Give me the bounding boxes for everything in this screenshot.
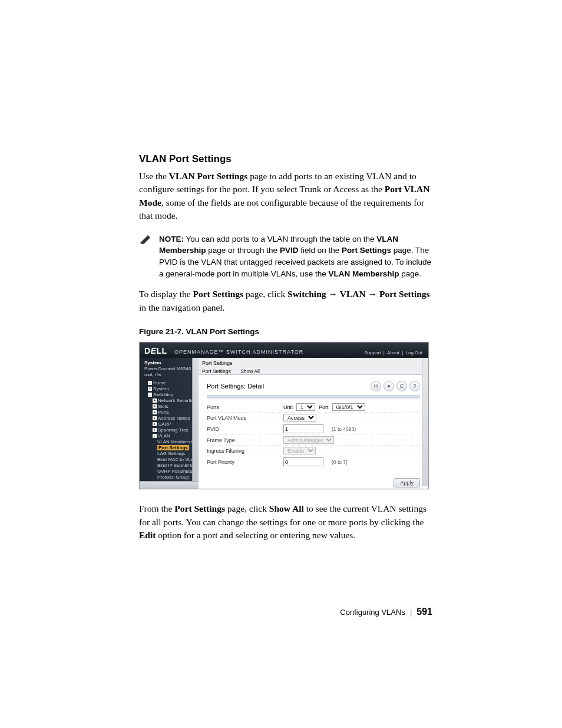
note-icon [139,233,154,246]
panel-action-icons: H ● C ? [371,381,420,391]
footer-page-number: 591 [416,607,432,617]
nav-item[interactable]: +GARP [142,421,199,427]
sidebar-scrollbar-vertical[interactable] [192,358,199,482]
nav-item[interactable]: +Ports [142,410,199,416]
screenshot-figure: DELL OPENMANAGE™ SWITCH ADMINISTRATOR Su… [139,342,429,489]
print-icon[interactable]: ● [384,381,394,391]
nav-item[interactable]: +Address Tables [142,416,199,421]
closing-paragraph: From the Port Settings page, click Show … [139,502,432,542]
tab-top: Port Settings [202,360,233,367]
app-header: DELL OPENMANAGE™ SWITCH ADMINISTRATOR Su… [140,342,428,358]
apply-button[interactable]: Apply [394,478,420,487]
panel-title: Port Settings: Detail [207,383,264,390]
label-priority: Port Priority [207,459,283,465]
save-icon[interactable]: H [371,381,381,391]
header-links: Support | About | Log Out [363,350,424,355]
brand-logo: DELL [144,346,167,355]
nav-item[interactable]: +System [142,386,199,392]
note-label: NOTE: [159,235,184,243]
text: From the [139,503,174,513]
nav-item[interactable]: -Home [142,380,199,386]
main-panel: Port Settings Port Settings Show All Por… [199,358,428,486]
select-vlan-mode[interactable]: Access [283,414,316,421]
nav-user: root, r/w [142,372,199,378]
range-priority: (0 to 7) [332,459,348,465]
nav-item[interactable]: GVRP Paramete [142,469,199,475]
label-ingress: Ingress Filtering [207,448,283,454]
label-vlan-mode: Port VLAN Mode [207,415,283,421]
help-icon[interactable]: ? [409,381,420,391]
sidebar-nav[interactable]: System PowerConnect M6348 root, r/w -Hom… [140,358,199,489]
label-unit: Unit [283,404,293,410]
text: You can add ports to a VLAN through the … [184,235,376,243]
figure-caption: Figure 21-7. VLAN Port Settings [139,327,432,336]
label-port: Port [319,404,329,410]
label-frame-type: Frame Type [207,437,283,443]
text: Use the [139,171,169,181]
nav-item[interactable]: +Network Security [142,398,199,404]
link-about[interactable]: About [387,350,399,355]
text-bold: PVID [280,246,299,255]
nav-item[interactable]: +Slots [142,404,199,410]
text: field on the [298,246,342,255]
nav-item[interactable]: Bind MAC to VLA [142,457,199,463]
text-bold: Show All [269,503,304,513]
text: page, click [225,503,269,513]
text-bold: Port Settings [174,503,225,513]
nav-item[interactable]: Port Settings [142,445,199,451]
label-pvid: PVID [207,426,283,432]
panel-separator [207,395,420,398]
text-bold: VLAN Port Settings [169,171,247,181]
tab-show-all[interactable]: Show All [240,368,260,374]
sidebar-scrollbar-horizontal[interactable] [140,481,199,489]
nav-item[interactable]: VLAN Membersh [142,439,199,445]
note-block: NOTE: You can add ports to a VLAN throug… [139,233,432,279]
nav-item[interactable]: +Spanning Tree [142,427,199,433]
text-bold: Port Settings [342,246,391,255]
intro-paragraph: Use the VLAN Port Settings page to add p… [139,170,432,223]
select-ingress: Enable [283,447,316,454]
main-scrollbar-vertical[interactable] [422,358,428,486]
input-priority[interactable] [283,457,323,466]
text: page, click [243,289,287,299]
nav-paragraph: To display the Port Settings page, click… [139,288,432,314]
text: → [366,289,379,299]
nav-system-label: System [142,360,199,366]
text: → [326,289,340,299]
footer-separator: | [410,608,412,617]
input-pvid[interactable] [283,424,323,433]
select-port[interactable]: Gi1/0/1 [332,403,365,411]
nav-device: PowerConnect M6348 [142,366,199,372]
note-text: NOTE: You can add ports to a VLAN throug… [159,233,432,279]
link-logout[interactable]: Log Out [406,350,422,355]
nav-item[interactable]: Bind IP Subnet to [142,463,199,469]
text: option for a port and selecting or enter… [156,530,355,540]
text: , some of the fields are not configurabl… [139,197,424,220]
text-bold: Switching [287,289,326,299]
text: page. [399,269,421,278]
nav-item[interactable]: LAG Settings [142,451,199,457]
select-frame-type: AdmitUntaggedOnly [283,436,334,444]
nav-item[interactable]: -Switching [142,392,199,398]
page-footer: Configuring VLANs | 591 [139,607,432,617]
section-heading: VLAN Port Settings [139,153,432,165]
text-bold: Port Settings [379,289,430,299]
text: page or through the [206,246,280,255]
text-bold: VLAN Membership [328,269,399,278]
text-bold: Edit [139,530,156,540]
refresh-icon[interactable]: C [396,381,407,391]
text: in the navigation panel. [139,302,225,312]
range-pvid: (1 to 4093) [332,426,356,432]
nav-item[interactable]: Protocol Group [142,475,199,480]
text-bold: Port Settings [193,289,243,299]
breadcrumb-tabs: Port Settings Port Settings Show All [199,358,428,375]
tab-port-settings[interactable]: Port Settings [202,368,231,374]
footer-chapter: Configuring VLANs [340,608,405,617]
settings-form: Ports Unit 1 Port Gi1/0/1 Port VLAN Mode [207,402,420,467]
select-unit[interactable]: 1 [296,403,315,411]
app-subtitle: OPENMANAGE™ SWITCH ADMINISTRATOR [174,349,303,355]
text-bold: VLAN [340,289,366,299]
link-support[interactable]: Support [365,350,381,355]
label-ports: Ports [207,404,283,410]
nav-item[interactable]: -VLAN [142,433,199,439]
